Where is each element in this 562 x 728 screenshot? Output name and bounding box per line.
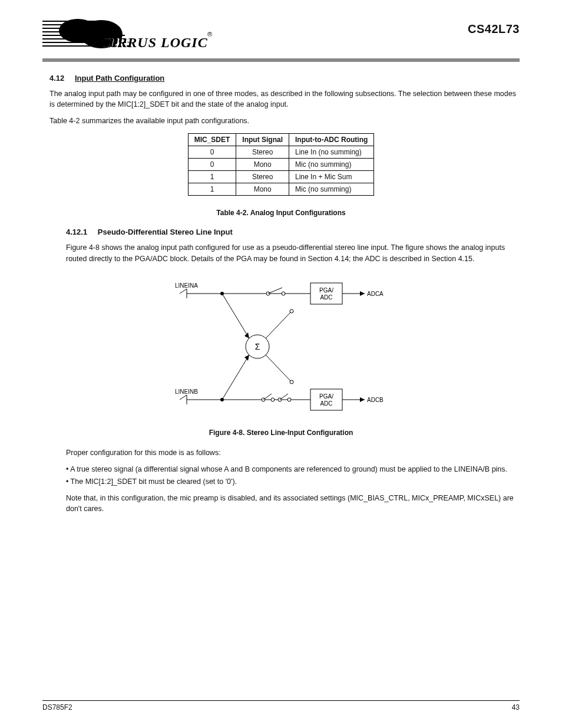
- svg-text:LINEINA: LINEINA: [175, 282, 198, 289]
- company-logo: CIRRUS LOGIC CIRRUS LOGIC ®: [42, 18, 213, 56]
- svg-marker-22: [360, 291, 365, 296]
- table-row: 0 Mono Mic (no summing): [188, 159, 374, 171]
- svg-line-44: [222, 355, 249, 400]
- table-cell: Stereo: [236, 171, 289, 183]
- table-row: 1 Mono Mic (no summing): [188, 183, 374, 196]
- table-caption: Table 4-2. Analog Input Configurations: [42, 209, 520, 217]
- svg-text:Σ: Σ: [255, 342, 260, 351]
- subsection-heading: 4.12.1 Pseudo-Differential Stereo Line I…: [66, 228, 520, 236]
- svg-text:PGA/: PGA/: [319, 393, 333, 400]
- svg-rect-33: [310, 389, 342, 410]
- subsection-paragraph: Figure 4-8 shows the analog input path c…: [66, 242, 520, 263]
- list-item: • The MIC[1:2]_SDET bit must be cleared …: [66, 476, 520, 487]
- table-row: 1 Stereo Line In + Mic Sum: [188, 171, 374, 183]
- svg-point-16: [282, 292, 285, 295]
- footer-left: DS785F2: [42, 703, 72, 711]
- svg-text:ADCB: ADCB: [367, 397, 384, 403]
- subsection-number: 4.12.1: [66, 228, 87, 236]
- svg-line-32: [280, 394, 288, 400]
- svg-line-17: [268, 288, 282, 294]
- svg-text:PGA/: PGA/: [319, 287, 333, 294]
- page-footer: DS785F2 43: [42, 700, 520, 711]
- section-number: 4.12: [49, 74, 64, 83]
- figure-diagram: PGA/ ADC ADCA LINEINA PGA/ ADC ADCB LINE…: [42, 270, 520, 425]
- table-header: Input-to-ADC Routing: [289, 134, 374, 146]
- svg-text:®: ®: [207, 31, 212, 38]
- section-paragraph-2: Table 4-2 summarizes the available input…: [49, 116, 520, 126]
- section-paragraph-1: The analog input path may be configured …: [49, 88, 520, 110]
- config-table: MIC_SDET Input Signal Input-to-ADC Routi…: [188, 133, 375, 196]
- table-cell: 1: [188, 171, 236, 183]
- svg-line-46: [266, 312, 290, 338]
- svg-point-49: [290, 380, 293, 384]
- svg-line-48: [266, 355, 290, 381]
- table-cell: 0: [188, 159, 236, 171]
- table-cell: Line In + Mic Sum: [289, 171, 374, 183]
- table-header: MIC_SDET: [188, 134, 236, 146]
- svg-point-47: [290, 309, 293, 313]
- subsection-title: Pseudo-Differential Stereo Line Input: [98, 228, 233, 236]
- section-title: Input Path Configuration: [75, 74, 164, 83]
- svg-text:ADCA: ADCA: [367, 291, 384, 297]
- config-intro: Proper configuration for this mode is as…: [66, 447, 520, 458]
- table-header: Input Signal: [236, 134, 289, 146]
- part-number: CS42L73: [468, 18, 520, 36]
- svg-marker-45: [244, 355, 249, 361]
- config-note: Note that, in this configuration, the mi…: [66, 493, 520, 514]
- table-cell: Mono: [236, 159, 289, 171]
- svg-point-31: [287, 398, 291, 401]
- table-row: 0 Stereo Line In (no summing): [188, 146, 374, 159]
- figure-caption: Figure 4-8. Stereo Line-Input Configurat…: [42, 429, 520, 437]
- footer-right: 43: [512, 703, 520, 711]
- table-cell: 1: [188, 183, 236, 196]
- svg-text:ADC: ADC: [320, 294, 332, 301]
- table-cell: 0: [188, 146, 236, 159]
- svg-text:LINEINB: LINEINB: [175, 388, 198, 395]
- svg-text:CIRRUS LOGIC: CIRRUS LOGIC: [101, 35, 208, 50]
- svg-line-42: [222, 294, 249, 338]
- table-cell: Stereo: [236, 146, 289, 159]
- svg-text:ADC: ADC: [320, 400, 332, 407]
- section-heading: 4.12 Input Path Configuration: [49, 74, 520, 83]
- config-bullets: • A true stereo signal (a differential s…: [66, 464, 520, 487]
- svg-marker-43: [244, 332, 249, 338]
- table-cell: Mic (no summing): [289, 183, 374, 196]
- table-cell: Line In (no summing): [289, 146, 374, 159]
- table-cell: Mic (no summing): [289, 159, 374, 171]
- svg-line-29: [263, 394, 272, 400]
- svg-rect-18: [310, 283, 342, 304]
- svg-point-28: [271, 398, 275, 401]
- list-item: • A true stereo signal (a differential s…: [66, 464, 520, 475]
- svg-marker-37: [360, 397, 365, 402]
- table-cell: Mono: [236, 183, 289, 196]
- header-divider: [42, 58, 520, 62]
